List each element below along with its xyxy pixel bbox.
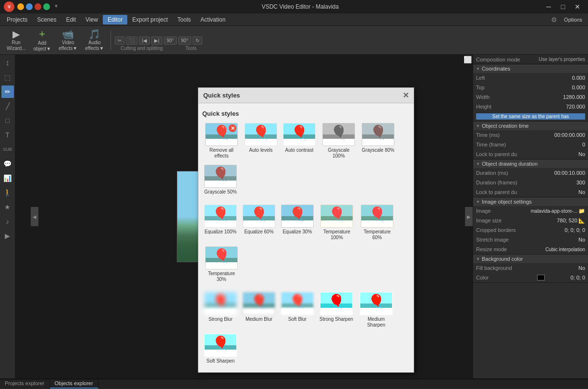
expand-icon[interactable]: ⬜ [464,56,472,63]
sidebar-tool-sub[interactable]: SUB [1,143,14,156]
same-size-row[interactable]: Set the same size as the parent has [473,111,588,121]
style-equalize-100[interactable]: 🎈 Equalize 100% [202,203,239,243]
menu-editor[interactable]: Editor [103,15,127,24]
sidebar-tool-shape[interactable]: □ [1,114,14,127]
add-object-button[interactable]: + Addobject▼ [30,28,54,53]
audio-effects-icon: 🎵 [88,29,100,39]
style-strong-blur[interactable]: 🎈 Strong Blur [202,290,239,330]
maximize-button[interactable]: □ [556,1,570,12]
style-old-film-3[interactable]: 🎈 Old Film 3 [279,372,316,372]
sidebar-tool-video[interactable]: ▶ [1,230,14,242]
medium-blur-thumb: 🎈 [243,292,275,315]
options-label: Options [564,17,582,23]
stretch-image-value: No [547,237,585,243]
run-wizard-button[interactable]: ▶ RunWizard... [4,28,28,53]
lock-button[interactable]: 90° [164,36,177,45]
cut-tool-button[interactable]: ⬛ [126,36,137,45]
menu-right: ⚙ Options [551,16,586,24]
style-strong-sharpen[interactable]: 🎈 Strong Sharpen [318,290,355,330]
style-temperature-60[interactable]: 🎈 Temperature 60% [358,203,396,243]
scissors-button[interactable]: ✂ [115,36,124,45]
soft-blur-label: Soft Blur [288,316,306,322]
menu-export[interactable]: Export project [127,15,172,24]
style-auto-levels[interactable]: 🎈 Auto levels [243,121,279,161]
sidebar-tool-text[interactable]: T [1,129,14,141]
restore-icon[interactable] [26,3,33,10]
menu-edit[interactable]: Edit [61,15,81,24]
time-ms-label: Time (ms) [476,132,547,138]
style-remove-all[interactable]: 🎈 ✕ Remove all effects [202,121,241,161]
style-medium-blur[interactable]: 🎈 Medium Blur [241,290,277,330]
style-grayscale-50[interactable]: 🎈 Grayscale 50% [202,163,239,197]
stretch-image-label: Stretch image [476,237,547,243]
sidebar-tool-chart[interactable]: 📊 [1,172,14,184]
style-temperature-100[interactable]: 🎈 Temperature 100% [318,203,356,243]
lock-parent-dur-label: Lock to parent du [476,189,547,195]
sidebar-tool-star[interactable]: ★ [1,201,14,213]
join-button[interactable]: ▶| [151,36,162,45]
settings-icon[interactable]: ⚙ [551,16,557,24]
popup-scroll-area[interactable]: Quick styles 🎈 ✕ Remove all effects 🎈 [198,103,414,372]
image-folder-icon[interactable]: 📁 [578,208,585,214]
image-size-icon[interactable]: 📐 [578,218,585,224]
drawing-duration-header[interactable]: ▼ Object drawing duration [473,159,588,168]
close-button[interactable]: ✕ [571,1,584,12]
menu-bar: Projects Scenes Edit View Editor Export … [0,13,588,26]
menu-tools[interactable]: Tools [172,15,196,24]
same-size-button[interactable]: Set the same size as the parent has [476,113,585,120]
menu-scenes[interactable]: Scenes [32,15,61,24]
strong-sharpen-thumb: 🎈 [320,292,353,315]
options-button[interactable]: Options [560,16,586,24]
minimize-icon[interactable] [17,3,24,10]
sidebar-tool-bubble[interactable]: 💬 [1,158,14,170]
sidebar-tool-draw[interactable]: ✏ [1,85,14,98]
creation-time-header[interactable]: ▼ Object creation time [473,122,588,130]
tab-projects-explorer[interactable]: Projects explorer [0,379,50,389]
color-swatch[interactable] [537,275,545,280]
menu-view[interactable]: View [81,15,103,24]
style-old-film-2[interactable]: 🎈 Old Film 2 [241,372,277,372]
style-temperature-30[interactable]: 🎈 Temperature 30% [202,244,241,284]
drawing-duration-arrow-icon: ▼ [476,162,480,166]
tab-objects-explorer[interactable]: Objects explorer [50,379,98,389]
coordinates-header[interactable]: ▼ Coordinates [473,64,588,73]
audio-effects-button[interactable]: 🎵 Audioeffects▼ [82,28,107,53]
close-icon-bar[interactable] [35,3,41,10]
flip-button[interactable]: 90° [178,36,191,45]
background-color-header[interactable]: ▼ Background color [473,255,588,263]
style-soft-blur[interactable]: 🎈 Soft Blur [279,290,316,330]
style-auto-contrast[interactable]: 🎈 Auto contrast [281,121,318,161]
menu-projects[interactable]: Projects [2,15,32,24]
menu-activation[interactable]: Activation [196,15,230,24]
background-color-arrow-icon: ▼ [476,257,480,261]
extra-icon[interactable] [43,3,50,10]
canvas-nav-right[interactable]: ▶ [465,207,473,226]
style-grayscale-100[interactable]: 🎈 Grayscale 100% [319,121,358,161]
sidebar-tool-line[interactable]: ╱ [1,100,14,112]
video-effects-button[interactable]: 📹 Videoeffects▼ [56,28,80,53]
composition-mode-row: Composition mode Use layer's properties [473,55,588,64]
time-ms-value: 00:00:00.000 [547,132,585,138]
style-medium-sharpen[interactable]: 🎈 Medium Sharpen [357,290,395,330]
minimize-button[interactable]: ─ [542,1,555,12]
canvas-nav-left[interactable]: ◀ [31,207,38,226]
style-grayscale-80[interactable]: 🎈 Grayscale 80% [360,121,396,161]
style-equalize-30[interactable]: 🎈 Equalize 30% [279,203,316,243]
duration-frames-label: Duration (frames) [476,180,547,185]
dropdown-arrow-icon[interactable]: ▼ [54,3,59,10]
popup-title: Quick styles [203,92,240,99]
image-settings-header[interactable]: ▼ Image object settings [473,197,588,206]
fill-bg-row: Fill background No [473,263,588,273]
run-wizard-label: RunWizard... [7,40,25,51]
style-equalize-60[interactable]: 🎈 Equalize 60% [241,203,277,243]
sidebar-tool-select[interactable]: ⬚ [1,71,14,84]
split-button[interactable]: |◀ [139,36,150,45]
refresh-button[interactable]: ↻ [193,36,202,45]
style-soft-sharpen[interactable]: 🎈 Soft Sharpen [202,332,239,366]
popup-close-button[interactable]: ✕ [403,91,409,100]
style-old-film-1[interactable]: 🎈 Old Film 1 [202,372,239,372]
sidebar-tool-person[interactable]: 🚶 [1,186,14,199]
sidebar-tool-arrow[interactable]: ↕ [1,57,14,69]
sidebar-tool-music[interactable]: ♪ [1,215,14,228]
timeline-container: Projects explorer Objects explorer Scene… [0,378,588,389]
